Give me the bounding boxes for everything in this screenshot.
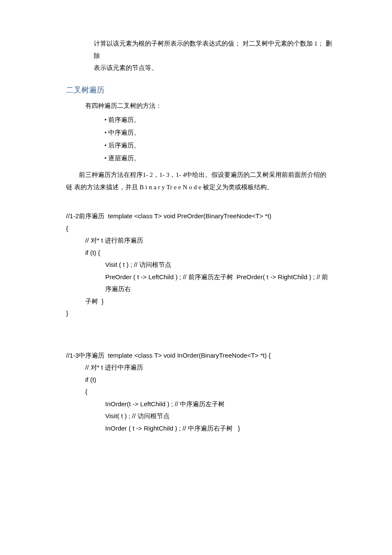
method-item: • 中序遍历。 bbox=[104, 126, 332, 139]
intro-block: 计算以该元素为根的子树所表示的数学表达式的值； 对二叉树中元素的个数加 1； 删… bbox=[66, 38, 332, 74]
page-container: 计算以该元素为根的子树所表示的数学表达式的值； 对二叉树中元素的个数加 1； 删… bbox=[0, 0, 392, 555]
code-line: //1-2前序遍历 template <class T> void PreOrd… bbox=[66, 210, 332, 223]
method-item: • 逐层遍历。 bbox=[104, 152, 332, 165]
method-item: • 前序遍历。 bbox=[104, 113, 332, 126]
code-line: if (t) { bbox=[66, 247, 332, 259]
code-line: // 对* t 进行中序遍历 bbox=[66, 361, 332, 374]
code-line: { bbox=[66, 386, 332, 398]
code-line: InOrder(t -> LeftChild ) ; // 中序遍历左子树 bbox=[66, 398, 332, 410]
code-line: 子树 } bbox=[66, 295, 332, 308]
section-heading: 二叉树遍历 bbox=[66, 83, 332, 97]
code-line: //1-3中序遍历 template <class T> void InOrde… bbox=[66, 350, 332, 362]
code-line: { bbox=[66, 223, 332, 235]
code-line: InOrder ( t -> RightChild ) ; // 中序遍历右子树… bbox=[66, 422, 332, 435]
code-line: } bbox=[66, 307, 332, 320]
code-block-preorder: //1-2前序遍历 template <class T> void PreOrd… bbox=[66, 210, 332, 320]
code-line: // 对* t 进行前序遍历 bbox=[66, 234, 332, 247]
methods-list: • 前序遍历。 • 中序遍历。 • 后序遍历。 • 逐层遍历。 bbox=[66, 113, 332, 165]
code-line: Visit ( t ) ; // 访问根节点 bbox=[66, 259, 332, 271]
intro-line-2: 表示该元素的节点等。 bbox=[94, 62, 332, 74]
paragraph-1: 前三种遍历方法在程序1- 2，1- 3，1- 4中给出。假设要遍历的二叉树采用前… bbox=[66, 169, 332, 193]
intro-line-1: 计算以该元素为根的子树所表示的数学表达式的值； 对二叉树中元素的个数加 1； 删… bbox=[94, 38, 332, 62]
code-line: PreOrder ( t -> LeftChild ) ; // 前序遍历左子树… bbox=[66, 271, 332, 295]
method-item: • 后序遍历。 bbox=[104, 139, 332, 152]
code-line: Visit( t ) ; // 访问根节点 bbox=[66, 410, 332, 422]
code-line: if (t) bbox=[66, 374, 332, 386]
methods-intro: 有四种遍历二叉树的方法： bbox=[85, 100, 332, 112]
code-block-inorder: //1-3中序遍历 template <class T> void InOrde… bbox=[66, 350, 332, 435]
